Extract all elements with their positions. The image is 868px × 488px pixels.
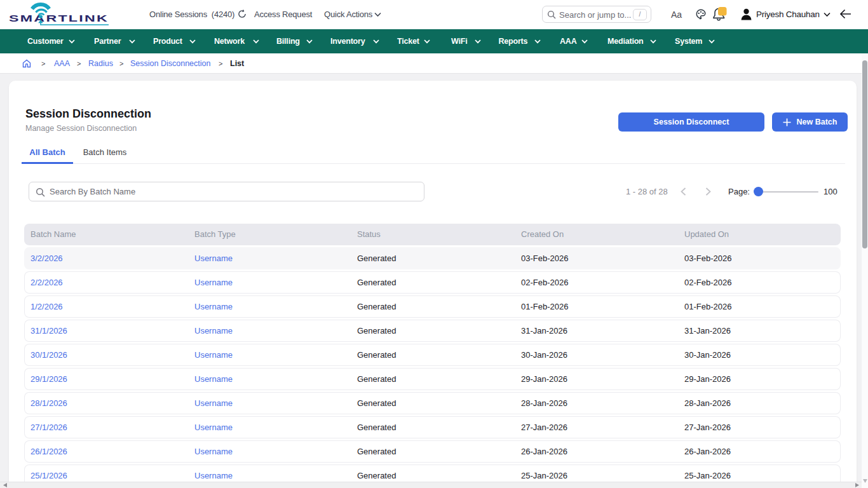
svg-text:SMARTLINK: SMARTLINK (9, 13, 109, 24)
